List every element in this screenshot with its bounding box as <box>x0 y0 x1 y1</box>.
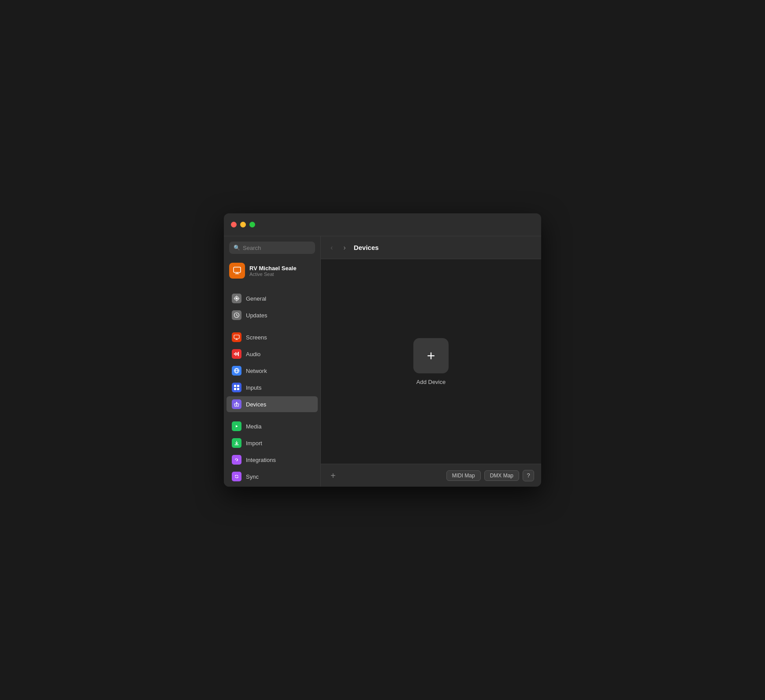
sidebar-item-label-screens: Screens <box>246 334 267 341</box>
traffic-lights <box>231 222 255 227</box>
sidebar-section-2: Screens Audio <box>224 328 320 413</box>
svg-rect-10 <box>234 388 236 390</box>
sidebar-item-label-network: Network <box>246 368 267 374</box>
page-title: Devices <box>354 244 379 251</box>
close-button[interactable] <box>231 222 237 227</box>
main-footer: + MIDI Map DMX Map ? <box>321 464 541 487</box>
sidebar-item-integrations[interactable]: Integrations <box>227 452 318 468</box>
svg-rect-6 <box>238 352 239 356</box>
sidebar-item-screens[interactable]: Screens <box>227 329 318 345</box>
import-icon <box>232 438 241 448</box>
audio-icon <box>232 349 241 359</box>
integrations-icon <box>232 455 241 465</box>
updates-icon <box>232 310 241 320</box>
search-container: 🔍 <box>229 242 315 254</box>
dmx-map-button[interactable]: DMX Map <box>484 470 519 481</box>
sidebar-item-label-integrations: Integrations <box>246 457 276 463</box>
network-icon <box>232 366 241 376</box>
svg-rect-3 <box>234 353 235 355</box>
screens-icon <box>232 332 241 342</box>
svg-rect-4 <box>235 352 236 356</box>
minimize-button[interactable] <box>240 222 246 227</box>
add-device-label: Add Device <box>416 379 446 385</box>
sidebar: 🔍 RV Michael Seale Active Seat <box>224 236 321 487</box>
svg-rect-17 <box>234 474 239 479</box>
sidebar-item-media[interactable]: Media <box>227 418 318 434</box>
main-body: + Add Device <box>321 259 541 464</box>
sidebar-item-label-audio: Audio <box>246 351 260 357</box>
main-content: ‹ › Devices + Add Device + MIDI Map DMX … <box>321 236 541 487</box>
midi-map-button[interactable]: MIDI Map <box>446 470 481 481</box>
app-window: 🔍 RV Michael Seale Active Seat <box>224 213 541 487</box>
add-device-container: + Add Device <box>413 338 449 385</box>
sidebar-item-devices[interactable]: Devices <box>227 396 318 412</box>
sidebar-section-1: General Updates <box>224 289 320 324</box>
sidebar-item-audio[interactable]: Audio <box>227 346 318 362</box>
svg-rect-15 <box>234 457 239 462</box>
forward-button[interactable]: › <box>341 242 348 253</box>
titlebar <box>224 213 541 236</box>
media-icon <box>232 421 241 431</box>
sidebar-item-inputs[interactable]: Inputs <box>227 380 318 395</box>
user-status: Active Seat <box>249 272 297 277</box>
avatar <box>229 263 245 279</box>
sidebar-item-import[interactable]: Import <box>227 435 318 451</box>
sidebar-item-label-devices: Devices <box>246 401 266 408</box>
svg-rect-5 <box>237 353 238 355</box>
content-area: 🔍 RV Michael Seale Active Seat <box>224 236 541 487</box>
sidebar-item-sync[interactable]: Sync <box>227 469 318 484</box>
search-input[interactable] <box>243 245 311 251</box>
svg-rect-0 <box>234 267 241 272</box>
footer-add-button[interactable]: + <box>328 470 338 481</box>
sidebar-item-label-media: Media <box>246 423 261 430</box>
inputs-icon <box>232 383 241 392</box>
add-device-button[interactable]: + <box>413 338 449 373</box>
sidebar-item-label-import: Import <box>246 440 262 447</box>
sidebar-item-updates[interactable]: Updates <box>227 307 318 323</box>
main-header: ‹ › Devices <box>321 236 541 259</box>
help-button[interactable]: ? <box>523 470 534 481</box>
devices-icon <box>232 399 241 409</box>
footer-actions: MIDI Map DMX Map ? <box>446 470 534 481</box>
search-box[interactable]: 🔍 <box>229 242 315 254</box>
user-name: RV Michael Seale <box>249 265 297 272</box>
sidebar-section-3: Media Import <box>224 417 320 486</box>
maximize-button[interactable] <box>249 222 255 227</box>
svg-rect-8 <box>234 385 236 387</box>
sidebar-item-general[interactable]: General <box>227 290 318 306</box>
sync-icon <box>232 472 241 481</box>
search-icon: 🔍 <box>234 245 240 251</box>
svg-rect-11 <box>237 388 239 390</box>
add-device-plus-icon: + <box>427 349 435 363</box>
general-icon <box>232 294 241 303</box>
sidebar-item-label-sync: Sync <box>246 473 259 480</box>
back-button[interactable]: ‹ <box>328 242 335 253</box>
user-info: RV Michael Seale Active Seat <box>249 265 297 277</box>
svg-rect-9 <box>237 385 239 387</box>
sidebar-item-label-updates: Updates <box>246 312 267 319</box>
sidebar-item-label-inputs: Inputs <box>246 384 261 391</box>
svg-rect-2 <box>234 335 239 339</box>
svg-point-12 <box>236 405 238 406</box>
sidebar-item-network[interactable]: Network <box>227 363 318 379</box>
svg-point-16 <box>237 459 238 460</box>
sidebar-item-label-general: General <box>246 295 266 302</box>
user-profile[interactable]: RV Michael Seale Active Seat <box>224 259 320 282</box>
